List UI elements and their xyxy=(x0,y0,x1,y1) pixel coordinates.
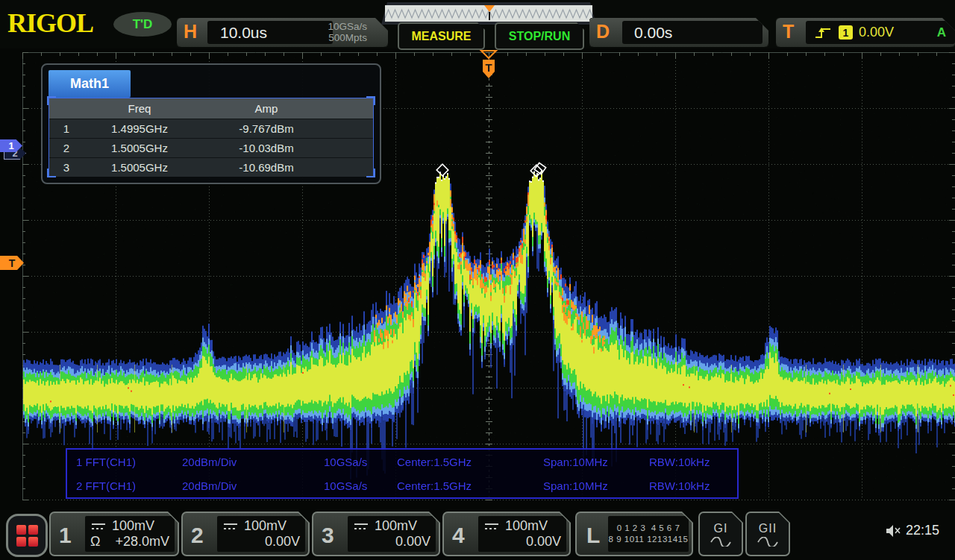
channel1-scale: 100mV xyxy=(112,518,154,534)
trigger-status-badge: T'D xyxy=(113,12,172,37)
logic-row1: 0 1 2 3 4 5 6 7 xyxy=(617,523,680,534)
gen1-label: GI xyxy=(714,522,728,535)
menu-grid-icon xyxy=(16,525,38,547)
math1-tab[interactable]: Math1 xyxy=(48,70,131,98)
rigol-logo: RIGOL xyxy=(7,7,93,39)
fft-rbw: RBW:10kHz xyxy=(649,479,737,492)
fft-scale: 20dBm/Div xyxy=(182,456,324,468)
row-index: 2 xyxy=(49,142,84,154)
trigger-source-badge: 1 xyxy=(839,25,853,40)
logic-row2: 8 9 1011 12131415 xyxy=(609,534,689,545)
timebase-value[interactable]: 10.0us xyxy=(207,21,333,44)
corner-accent xyxy=(366,96,375,105)
menu-button[interactable] xyxy=(6,514,48,557)
trigger-position-letter: T xyxy=(485,61,492,74)
clock: 22:15 xyxy=(906,523,939,538)
fft-info-row: 1 FFT(CH1) 20dBm/Div 10GSa/s Center:1.5G… xyxy=(67,450,737,474)
channel3-scale: 100mV xyxy=(375,518,417,534)
channel4-scale: 100mV xyxy=(505,518,548,534)
channel3-block[interactable]: 3 100mV 0.00V xyxy=(312,512,440,556)
fft-center: Center:1.5GHz xyxy=(397,456,543,468)
channel2-scale: 100mV xyxy=(244,518,286,534)
channel2-block[interactable]: 2 100mV 0.00V xyxy=(181,512,310,556)
math1-table: Freq Amp 1 1.4995GHz -9.767dBm 2 1.5005G… xyxy=(48,98,374,176)
row-amp: -9.767dBm xyxy=(195,122,337,135)
dc-coupling-icon xyxy=(90,522,107,531)
dc-coupling-icon xyxy=(483,522,500,531)
logic-label: L xyxy=(586,523,600,548)
trigger-settings[interactable]: 1 0.00V A xyxy=(806,21,955,44)
trigger-label: T xyxy=(783,21,794,43)
sine-wave-icon xyxy=(710,537,732,547)
edge-trigger-icon xyxy=(813,25,833,41)
fft-info-box: 1 FFT(CH1) 20dBm/Div 10GSa/s Center:1.5G… xyxy=(66,448,739,499)
table-row: 2 1.5005GHz -10.03dBm xyxy=(49,138,373,157)
delay-label: D xyxy=(596,21,610,43)
table-row: 3 1.5005GHz -10.69dBm xyxy=(49,157,373,177)
row-freq: 1.5005GHz xyxy=(84,142,195,154)
trigger-panel[interactable]: T 1 0.00V A xyxy=(776,18,955,47)
channel4-offset: 0.00V xyxy=(526,534,561,550)
fft-trace: 1 FFT(CH1) xyxy=(76,456,182,468)
fft-span: Span:10MHz xyxy=(543,456,649,468)
oscilloscope-screen: RIGOL T'D H 10.0us 10GSa/s 500Mpts MEASU… xyxy=(0,0,955,560)
top-bar: RIGOL T'D H 10.0us 10GSa/s 500Mpts MEASU… xyxy=(0,0,955,48)
logic-channels-block[interactable]: L 0 1 2 3 4 5 6 7 8 9 1011 12131415 xyxy=(575,512,693,556)
delay-panel[interactable]: D 0.00s xyxy=(589,18,768,47)
delay-value[interactable]: 0.00s xyxy=(622,21,763,44)
fft-rate: 10GSa/s xyxy=(324,456,397,468)
channel3-offset: 0.00V xyxy=(395,534,430,550)
impedance-icon: Ω xyxy=(90,534,100,550)
gen2-block[interactable]: GII xyxy=(745,512,790,556)
corner-accent xyxy=(366,169,375,177)
fft-scale: 20dBm/Div xyxy=(182,479,324,492)
trigger-level-value: 0.00V xyxy=(859,25,894,40)
horizontal-label: H xyxy=(184,21,197,43)
trigger-sweep-mode: A xyxy=(937,25,946,40)
channel3-number: 3 xyxy=(322,523,334,548)
row-freq: 1.5005GHz xyxy=(84,161,195,174)
corner-accent xyxy=(47,96,56,105)
row-amp: -10.03dBm xyxy=(195,142,337,154)
dc-coupling-icon xyxy=(222,522,239,531)
fft-rate: 10GSa/s xyxy=(324,479,397,492)
sample-rate: 10GSa/s xyxy=(328,21,367,32)
corner-accent xyxy=(47,169,56,177)
channel2-number: 2 xyxy=(191,523,204,548)
channel4-number: 4 xyxy=(452,523,465,548)
speaker-muted-icon xyxy=(885,524,901,538)
fft-info-row: 2 FFT(CH1) 20dBm/Div 10GSa/s Center:1.5G… xyxy=(67,474,737,497)
math1-measurement-panel: Math1 Freq Amp 1 1.4995GHz -9.767dBm 2 1… xyxy=(41,63,381,184)
col-amp: Amp xyxy=(195,102,337,115)
acquisition-info: 10GSa/s 500Mpts xyxy=(328,21,367,43)
channel4-block[interactable]: 4 100mV 0.00V xyxy=(442,512,571,556)
stop-run-button[interactable]: STOP/RUN xyxy=(495,22,584,50)
overview-center-tick xyxy=(489,12,490,20)
channel1-offset: +28.0mV xyxy=(115,534,169,550)
fft-rbw: RBW:10kHz xyxy=(649,456,737,468)
row-amp: -10.69dBm xyxy=(195,161,337,174)
sine-wave-icon xyxy=(757,537,779,547)
dc-coupling-icon xyxy=(353,522,369,531)
memory-depth: 500Mpts xyxy=(328,32,367,43)
fft-trace: 2 FFT(CH1) xyxy=(76,479,182,492)
channel2-offset: 0.00V xyxy=(265,534,300,550)
trigger-position-marker[interactable]: T xyxy=(479,49,498,85)
fft-center: Center:1.5GHz xyxy=(397,479,543,492)
overview-trigger-pointer[interactable] xyxy=(484,5,495,12)
fft-span: Span:10MHz xyxy=(543,479,649,492)
horizontal-panel[interactable]: H 10.0us 10GSa/s 500Mpts xyxy=(177,18,388,47)
measure-button[interactable]: MEASURE xyxy=(398,22,485,50)
row-freq: 1.4995GHz xyxy=(84,122,195,135)
channel1-number: 1 xyxy=(59,523,72,548)
bottom-bar: 1 100mV Ω +28.0mV xyxy=(0,510,955,560)
gen1-block[interactable]: GI xyxy=(698,512,743,556)
gen2-label: GII xyxy=(759,522,777,535)
col-freq: Freq xyxy=(84,102,195,115)
table-row: 1 1.4995GHz -9.767dBm xyxy=(49,119,373,138)
channel1-block[interactable]: 1 100mV Ω +28.0mV xyxy=(49,512,179,556)
table-header: Freq Amp xyxy=(49,98,373,119)
waveform-overview-strip[interactable] xyxy=(385,5,592,22)
row-index: 1 xyxy=(49,122,84,135)
